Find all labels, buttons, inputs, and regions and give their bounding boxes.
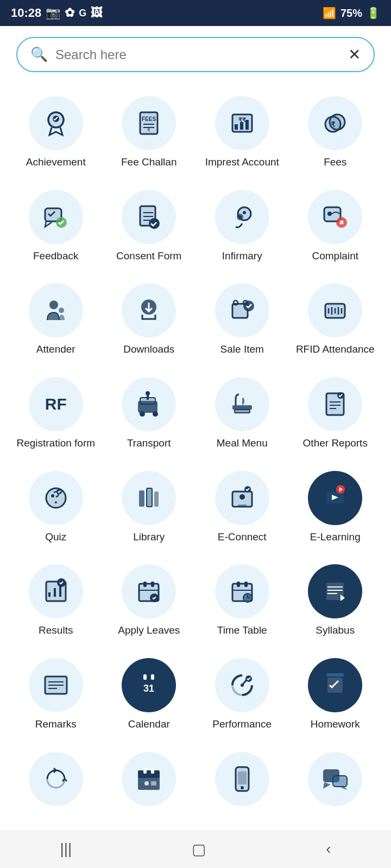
complaint-label: Complaint	[312, 250, 358, 263]
fee-challan-icon-circle: FEES₹	[122, 96, 176, 150]
grid-item-library[interactable]: Library	[104, 463, 194, 552]
homework-icon-circle	[308, 658, 362, 712]
grid-item-performance[interactable]: Performance	[197, 650, 287, 739]
infirmary-label: Infirmary	[222, 250, 262, 263]
syllabus-label: Syllabus	[316, 624, 355, 637]
svg-point-25	[238, 215, 242, 219]
svg-point-64	[239, 494, 245, 500]
grid-item-other-reports[interactable]: Other Reports	[291, 369, 381, 458]
grid-item-fee-challan[interactable]: FEES₹Fee Challan	[104, 88, 194, 177]
attendance-cal-icon-circle	[122, 752, 176, 806]
grid-item-downloads[interactable]: Downloads	[104, 276, 194, 364]
rfid-attendance-icon-circle	[308, 283, 362, 337]
grid-item-meal-menu[interactable]: Meal Menu	[197, 369, 287, 458]
registration-form-label: Registration form	[16, 437, 95, 450]
grid-item-registration-form[interactable]: RFRegistration form	[11, 369, 101, 458]
svg-rect-111	[151, 768, 154, 774]
svg-point-30	[59, 308, 64, 313]
grid-item-infirmary[interactable]: Infirmary	[197, 182, 287, 271]
grid-item-transport[interactable]: Transport	[104, 369, 194, 458]
time-table-icon-circle	[215, 564, 269, 618]
grid-item-chat[interactable]	[291, 744, 381, 819]
fee-challan-label: Fee Challan	[121, 156, 176, 169]
other-reports-label: Other Reports	[303, 437, 368, 450]
svg-rect-48	[232, 405, 252, 410]
grid-item-e-learning[interactable]: E-Learning	[291, 463, 381, 552]
syllabus-icon-circle	[308, 564, 362, 618]
nav-home-button[interactable]: ▢	[175, 835, 222, 864]
svg-point-35	[243, 301, 254, 311]
svg-rect-109	[138, 770, 160, 778]
grid-item-sync[interactable]	[11, 744, 101, 819]
nav-back-button[interactable]: ‹	[310, 835, 347, 863]
performance-icon-circle	[215, 658, 269, 712]
grid-item-rfid-attendance[interactable]: RFID Attendance	[291, 276, 381, 364]
performance-label: Performance	[212, 718, 272, 731]
downloads-icon-circle	[122, 283, 176, 337]
search-input[interactable]	[55, 47, 340, 62]
svg-text:₹: ₹	[147, 127, 150, 133]
attender-icon-circle	[29, 283, 83, 337]
status-icons: 📶 75% 🔋	[323, 7, 380, 20]
quiz-icon-circle	[29, 471, 83, 525]
svg-rect-82	[237, 582, 240, 587]
svg-rect-118	[333, 776, 347, 787]
e-learning-icon-circle	[308, 471, 362, 525]
grid-item-fees[interactable]: ₹Fees	[291, 88, 381, 177]
sync-icon-circle	[29, 752, 83, 806]
svg-rect-107	[326, 673, 344, 676]
grid-item-syllabus[interactable]: Syllabus	[291, 557, 381, 645]
grid-item-attender[interactable]: Attender	[11, 276, 101, 364]
grid-item-homework[interactable]: Homework	[291, 650, 381, 739]
grid-item-calendar[interactable]: 31Calendar	[104, 650, 194, 739]
close-icon[interactable]: ✕	[348, 46, 361, 63]
infirmary-icon-circle	[215, 190, 269, 244]
svg-point-29	[49, 301, 58, 309]
svg-rect-77	[143, 582, 147, 587]
svg-point-57	[51, 494, 54, 497]
svg-rect-69	[326, 507, 333, 509]
nav-menu-button[interactable]: |||	[43, 835, 88, 863]
svg-rect-65	[238, 505, 247, 507]
grid-item-consent-form[interactable]: Consent Form	[104, 182, 194, 271]
svg-text:31: 31	[143, 683, 154, 694]
grid-item-feedback[interactable]: Feedback	[11, 182, 101, 271]
fees-icon-circle: ₹	[308, 96, 362, 150]
status-time: 10:28 📷 ✿ G 🖼	[11, 6, 103, 20]
grid-item-time-table[interactable]: Time Table	[197, 557, 287, 645]
svg-point-21	[149, 218, 160, 229]
complaint-icon-circle	[308, 190, 362, 244]
grid-item-sale-item[interactable]: Sale Item	[197, 276, 287, 364]
grid-item-achievement[interactable]: Achievement	[11, 88, 101, 177]
grid-item-apply-leaves[interactable]: Apply Leaves	[104, 557, 194, 645]
fees-label: Fees	[324, 156, 346, 169]
achievement-icon-circle	[29, 96, 83, 150]
svg-point-58	[55, 501, 57, 503]
grid-item-e-connect[interactable]: E-Connect	[197, 463, 287, 552]
grid-item-quiz[interactable]: Quiz	[11, 463, 101, 552]
grid-item-results[interactable]: Results	[11, 557, 101, 645]
grid-item-mobile[interactable]	[197, 744, 287, 819]
imprest-account-label: Imprest Account	[205, 156, 279, 169]
grid-item-complaint[interactable]: Complaint	[291, 182, 381, 271]
transport-icon-circle	[122, 377, 176, 431]
svg-point-24	[243, 211, 246, 214]
svg-rect-100	[151, 674, 154, 680]
rf-text: RF	[45, 395, 67, 413]
calendar-icon-circle: 31	[122, 658, 176, 712]
search-box[interactable]: 🔍 ✕	[16, 37, 375, 72]
grid-item-remarks[interactable]: Remarks	[11, 650, 101, 739]
consent-form-label: Consent Form	[116, 250, 181, 263]
imprest-account-icon-circle: ₹₹	[215, 96, 269, 150]
svg-rect-60	[139, 490, 144, 507]
grid-item-imprest-account[interactable]: ₹₹Imprest Account	[197, 88, 287, 177]
svg-rect-115	[238, 771, 247, 784]
other-reports-icon-circle	[308, 377, 362, 431]
svg-rect-78	[151, 582, 154, 587]
feedback-label: Feedback	[33, 250, 78, 263]
svg-rect-61	[147, 488, 152, 507]
svg-point-104	[241, 684, 244, 687]
grid-item-attendance-cal[interactable]	[104, 744, 194, 819]
svg-point-44	[140, 411, 145, 417]
apply-leaves-label: Apply Leaves	[118, 624, 180, 637]
